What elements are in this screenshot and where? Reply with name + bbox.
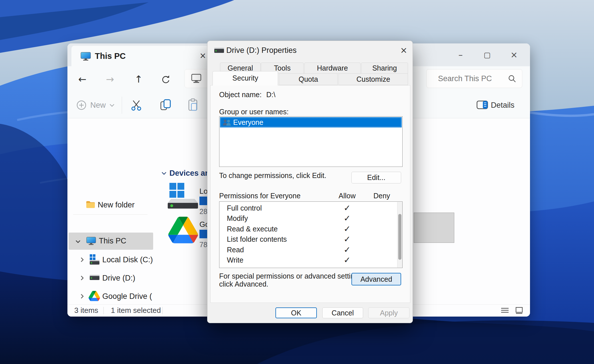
sidebar-item-new-folder[interactable]: New folder	[67, 197, 153, 213]
object-name-value: D:\	[266, 91, 275, 99]
list-view-icon[interactable]	[501, 307, 509, 314]
new-button-label: New	[90, 97, 106, 113]
dialog-close-icon[interactable]: ×	[397, 44, 410, 56]
permissions-header: Permissions for Everyone	[219, 192, 301, 200]
this-pc-monitor-icon	[86, 237, 96, 245]
google-drive-large-icon	[168, 217, 198, 243]
permission-row[interactable]: Modify ✓	[220, 213, 397, 224]
list-item-everyone[interactable]: Everyone	[220, 117, 402, 127]
advanced-button[interactable]: Advanced	[351, 273, 401, 285]
advanced-hint-line1: For special permissions or advanced sett…	[219, 272, 364, 280]
advanced-hint-line2: click Advanced.	[219, 280, 268, 288]
details-button[interactable]: Details	[474, 97, 523, 114]
object-name-label: Object name:	[219, 91, 262, 99]
search-placeholder: Search This PC	[438, 69, 492, 88]
search-icon	[508, 74, 516, 83]
drive-free-fragment: 28	[199, 207, 207, 216]
window-maximize-button[interactable]: ▢	[478, 47, 496, 62]
details-pane-icon	[477, 101, 488, 109]
cancel-button[interactable]: Cancel	[322, 307, 363, 318]
allow-checkmark: ✓	[333, 245, 361, 255]
new-button[interactable]: New	[74, 97, 120, 113]
tab-hardware[interactable]: Hardware	[304, 63, 361, 74]
sidebar-item-this-pc[interactable]: This PC	[69, 233, 153, 250]
permissions-scrollbar-thumb[interactable]	[398, 214, 401, 260]
allow-checkmark: ✓	[333, 255, 361, 265]
folder-icon	[86, 201, 95, 209]
chevron-collapsed-icon[interactable]	[78, 256, 86, 263]
window-minimize-button[interactable]: –	[451, 47, 470, 62]
deny-column-label: Deny	[373, 192, 390, 200]
allow-column-label: Allow	[339, 192, 356, 200]
address-location-icon	[191, 74, 201, 83]
status-item-count: 3 items	[74, 305, 98, 316]
sidebar-item-google-drive[interactable]: Google Drive (	[67, 288, 153, 305]
sidebar-divider	[73, 214, 147, 215]
permission-row[interactable]: Special permissions	[220, 265, 397, 268]
sidebar-item-local-disk-c[interactable]: Local Disk (C:)	[67, 251, 153, 268]
permission-row[interactable]: Read ✓	[220, 245, 397, 255]
this-pc-monitor-icon	[81, 52, 91, 61]
allow-checkmark: ✓	[333, 203, 361, 213]
chevron-collapsed-icon[interactable]	[78, 274, 86, 282]
window-close-button[interactable]: ×	[505, 47, 523, 62]
allow-checkmark: ✓	[333, 224, 361, 234]
local-disk-large-icon	[167, 182, 199, 209]
google-drive-icon	[89, 291, 100, 301]
sidebar-item-drive-d[interactable]: Drive (D:)	[67, 270, 153, 286]
nav-forward-icon[interactable]: →	[103, 72, 117, 86]
tab-security[interactable]: Security	[213, 71, 278, 85]
permission-row[interactable]: Full control ✓	[220, 203, 397, 213]
plus-circle-icon	[77, 100, 86, 110]
group-user-names-list[interactable]: Everyone	[219, 116, 403, 167]
chevron-expanded-icon[interactable]	[74, 238, 82, 245]
drive-name-fragment: Lo	[199, 187, 208, 196]
permission-row[interactable]: List folder contents ✓	[220, 234, 397, 245]
tab-sharing[interactable]: Sharing	[361, 63, 408, 74]
capacity-bar	[199, 230, 207, 238]
tab-customize[interactable]: Customize	[339, 73, 408, 85]
cut-icon[interactable]	[131, 99, 142, 111]
allow-checkmark: ✓	[333, 234, 361, 245]
chevron-collapsed-icon[interactable]	[78, 293, 86, 300]
background-panel	[414, 213, 454, 243]
nav-up-icon[interactable]: ↑	[131, 72, 146, 86]
edit-button[interactable]: Edit...	[351, 172, 401, 183]
list-item-label: Everyone	[233, 117, 263, 127]
copy-icon[interactable]	[160, 99, 171, 111]
permission-row[interactable]: Write ✓	[220, 255, 397, 265]
group-user-names-label: Group or user names:	[219, 108, 289, 116]
drive-properties-dialog: Drive (D:) Properties × General Tools Ha…	[207, 41, 413, 323]
explorer-tab-this-pc[interactable]: This PC ×	[71, 46, 209, 66]
apply-button[interactable]: Apply	[368, 307, 409, 318]
status-divider	[103, 307, 104, 314]
users-group-icon	[222, 119, 232, 126]
details-button-label: Details	[491, 97, 515, 114]
permissions-scrollbar[interactable]	[397, 202, 402, 267]
drive-icon	[89, 274, 100, 281]
paste-icon[interactable]	[188, 98, 199, 111]
permission-row[interactable]: Read & execute ✓	[220, 224, 397, 234]
desktop: This PC × – ▢ × ← → ↑ Sear	[0, 0, 594, 364]
dialog-title: Drive (D:) Properties	[226, 41, 297, 60]
large-icons-view-icon[interactable]	[515, 307, 523, 314]
chevron-down-icon	[109, 103, 115, 107]
status-selection: 1 item selected	[111, 305, 161, 316]
ok-button[interactable]: OK	[275, 307, 317, 318]
dialog-drive-icon	[214, 47, 225, 54]
permissions-list[interactable]: Full control ✓ Modify ✓ Read & execute ✓…	[219, 201, 403, 268]
explorer-tab-title: This PC	[95, 46, 126, 66]
allow-checkmark: ✓	[333, 213, 361, 224]
capacity-bar	[199, 197, 207, 205]
nav-back-icon[interactable]: ←	[75, 72, 89, 86]
tab-quota[interactable]: Quota	[279, 73, 338, 85]
edit-hint-text: To change permissions, click Edit.	[219, 171, 326, 180]
search-box[interactable]: Search This PC	[426, 69, 522, 88]
security-tab-page: Object name: D:\ Group or user names: Ev…	[210, 85, 410, 303]
allow-checkmark	[333, 265, 361, 268]
toolbar-divider	[122, 97, 122, 114]
local-disk-icon	[89, 254, 100, 265]
nav-refresh-icon[interactable]	[161, 75, 170, 85]
section-chevron-icon[interactable]	[160, 170, 168, 177]
status-divider	[162, 307, 163, 314]
